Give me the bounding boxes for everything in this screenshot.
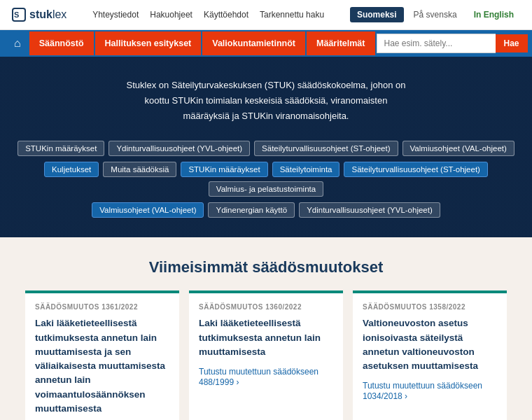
search-input[interactable] bbox=[377, 34, 496, 53]
lang-fi-button[interactable]: Suomeksi bbox=[350, 7, 404, 22]
card-2: SÄÄDÖSMUUTOS 1360/2022 Laki lääketieteel… bbox=[189, 290, 343, 420]
tab-hallituksen[interactable]: Hallituksen esitykset bbox=[95, 31, 202, 55]
tag-stukin-maaraykset-2[interactable]: STUKin määräykset bbox=[181, 162, 267, 177]
nav-yhteystiedot[interactable]: Yhteystiedot bbox=[92, 10, 139, 20]
tab-saannosto[interactable]: Säännöstö bbox=[29, 31, 94, 55]
category-row-2: Kuljetukset Muita säädöksiä STUKin määrä… bbox=[14, 162, 518, 197]
tag-valmius-pelastus[interactable]: Valmius- ja pelastustoiminta bbox=[209, 181, 323, 197]
tag-ydinenergian[interactable]: Ydinenergian käyttö bbox=[208, 202, 295, 218]
site-logo[interactable]: S stuklex bbox=[11, 7, 66, 22]
home-button[interactable]: ⌂ bbox=[6, 30, 29, 57]
section-title: Viimeisimmät säädösmuutokset bbox=[0, 237, 532, 290]
logo-text: stuklex bbox=[29, 8, 66, 21]
hero-description: Stuklex on Säteilyturvakeskuksen (STUK) … bbox=[127, 78, 406, 124]
card-1-label: SÄÄDÖSMUUTOS 1361/2022 bbox=[35, 303, 169, 311]
tag-muita-saadoksia[interactable]: Muita säädöksiä bbox=[103, 162, 176, 177]
lang-sv-button[interactable]: På svenska bbox=[407, 7, 464, 22]
tag-val-ohjeet-1[interactable]: Valmiusohjeet (VAL-ohjeet) bbox=[402, 141, 514, 156]
card-2-label: SÄÄDÖSMUUTOS 1360/2022 bbox=[199, 303, 333, 311]
card-1: SÄÄDÖSMUUTOS 1361/2022 Laki lääketieteel… bbox=[25, 290, 179, 420]
logo-icon: S bbox=[11, 7, 27, 22]
tag-yvl-2[interactable]: Ydinturvallisuusohjeet (YVL-ohjeet) bbox=[299, 202, 440, 218]
cards-container: SÄÄDÖSMUUTOS 1361/2022 Laki lääketieteel… bbox=[0, 290, 532, 420]
tab-maaritelmat[interactable]: Määritelmät bbox=[307, 31, 374, 55]
category-row-3: Valmiusohjeet (VAL-ohjeet) Ydinenergian … bbox=[92, 202, 440, 218]
card-2-title: Laki lääketieteellisestä tutkimuksesta a… bbox=[199, 316, 333, 359]
nav-hakuohjeet[interactable]: Hakuohjeet bbox=[150, 10, 192, 20]
lang-en-button[interactable]: In English bbox=[467, 7, 521, 22]
language-switcher: Suomeksi På svenska In English bbox=[350, 7, 521, 22]
search-button[interactable]: Hae bbox=[496, 34, 528, 52]
card-3-label: SÄÄDÖSMUUTOS 1358/2022 bbox=[363, 303, 497, 311]
tag-yvl[interactable]: Ydinturvallisuusohjeet (YVL-ohjeet) bbox=[108, 141, 250, 156]
tag-stukin-maaraykset-1[interactable]: STUKin määräykset bbox=[18, 141, 104, 156]
nav-links: Yhteystiedot Hakuohjeet Käyttöehdot Tark… bbox=[92, 10, 324, 20]
card-1-title: Laki lääketieteellisestä tutkimuksesta a… bbox=[35, 316, 169, 416]
tab-valiokunta[interactable]: Valiokuntamietinnöt bbox=[202, 31, 305, 55]
tag-sateilytoiminta[interactable]: Säteilytoiminta bbox=[272, 162, 340, 177]
secondary-navigation: ⌂ Säännöstö Hallituksen esitykset Valiok… bbox=[0, 30, 532, 57]
card-3: SÄÄDÖSMUUTOS 1358/2022 Valtioneuvoston a… bbox=[353, 290, 507, 420]
tag-val-ohjeet-2[interactable]: Valmiusohjeet (VAL-ohjeet) bbox=[92, 202, 204, 218]
card-3-title: Valtioneuvoston asetus ionisoivasta säte… bbox=[363, 316, 497, 373]
svg-text:S: S bbox=[14, 10, 19, 19]
nav-kayttoehdot[interactable]: Käyttöehdot bbox=[204, 10, 248, 20]
nav-tarkennettu[interactable]: Tarkennettu haku bbox=[260, 10, 324, 20]
category-row-1: STUKin määräykset Ydinturvallisuusohjeet… bbox=[18, 141, 514, 156]
card-2-link[interactable]: Tutustu muutettuun säädökseen 488/1999 › bbox=[199, 367, 318, 387]
hero-section: Stuklex on Säteilyturvakeskuksen (STUK) … bbox=[0, 57, 532, 237]
top-navigation: S stuklex Yhteystiedot Hakuohjeet Käyttö… bbox=[0, 0, 532, 30]
tag-st-ohjeet-1[interactable]: Säteilyturvallisuusohjeet (ST-ohjeet) bbox=[254, 141, 398, 156]
home-icon: ⌂ bbox=[14, 37, 21, 49]
card-3-link[interactable]: Tutustu muutettuun säädökseen 1034/2018 … bbox=[363, 381, 482, 401]
tag-st-ohjeet-2[interactable]: Säteilyturvallisuusohjeet (ST-ohjeet) bbox=[344, 162, 487, 177]
search-area: Hae bbox=[377, 34, 528, 53]
tag-kuljetukset[interactable]: Kuljetukset bbox=[44, 162, 99, 177]
